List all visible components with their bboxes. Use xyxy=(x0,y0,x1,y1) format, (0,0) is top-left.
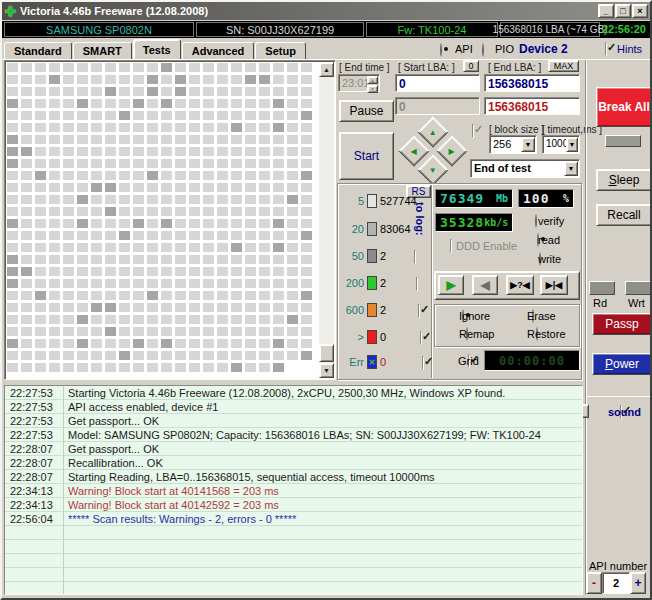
scan-block xyxy=(119,63,130,72)
break-all-button[interactable]: Break All xyxy=(596,87,652,127)
play-button[interactable]: ▶ xyxy=(438,275,464,295)
spin-up-icon[interactable]: ▲ xyxy=(367,76,378,84)
scan-block xyxy=(119,243,130,252)
scan-block xyxy=(77,267,88,276)
scan-block xyxy=(63,219,74,228)
tab-smart[interactable]: SMART xyxy=(73,42,132,60)
api-radio[interactable] xyxy=(440,43,442,57)
scan-map-scrollbar[interactable]: ▲ ▼ xyxy=(319,62,334,378)
maximize-button[interactable]: □ xyxy=(615,4,631,18)
scroll-down-icon[interactable]: ▼ xyxy=(319,363,334,378)
scan-block xyxy=(35,315,46,324)
scan-block xyxy=(91,279,102,288)
tab-advanced[interactable]: Advanced xyxy=(182,42,255,60)
scan-block xyxy=(91,267,102,276)
sleep-button[interactable]: Sleep xyxy=(596,169,652,191)
log-row: 22:28:07Get passport... OK xyxy=(5,442,582,456)
legend-row-50: 50 2 xyxy=(338,249,386,263)
scroll-up-icon[interactable]: ▲ xyxy=(319,62,334,77)
scrollbar-thumb[interactable] xyxy=(319,344,334,362)
erase-radio-label: Erase xyxy=(527,310,556,322)
nav-checkbox[interactable] xyxy=(472,124,474,138)
chevron-down-icon[interactable]: ▼ xyxy=(564,161,578,176)
scan-block xyxy=(231,291,242,300)
scan-block xyxy=(273,63,284,72)
scan-block xyxy=(77,363,88,372)
scan-block xyxy=(147,219,158,228)
tab-tests[interactable]: Tests xyxy=(133,39,181,60)
scan-block xyxy=(203,363,214,372)
scan-block xyxy=(63,123,74,132)
close-button[interactable]: × xyxy=(632,4,648,18)
scan-block xyxy=(259,363,270,372)
scan-block xyxy=(189,327,200,336)
scan-block xyxy=(175,111,186,120)
scan-block xyxy=(175,183,186,192)
start-button[interactable]: Start xyxy=(339,132,394,180)
scan-block xyxy=(273,279,284,288)
scan-block xyxy=(175,363,186,372)
scan-block xyxy=(245,267,256,276)
scan-block xyxy=(119,219,130,228)
log-over-checkbox[interactable] xyxy=(420,331,422,345)
start-lba-field[interactable]: 0 xyxy=(395,74,480,92)
seek-question-button[interactable]: ▶?◀ xyxy=(506,275,534,295)
scan-block xyxy=(231,327,242,336)
scan-block xyxy=(245,219,256,228)
minimize-button[interactable]: _ xyxy=(598,4,614,18)
scan-block xyxy=(231,87,242,96)
hints-checkbox[interactable] xyxy=(605,42,607,56)
log-200-checkbox[interactable] xyxy=(416,277,418,291)
scan-block xyxy=(231,195,242,204)
scan-block xyxy=(77,351,88,360)
scan-block xyxy=(133,255,144,264)
scan-block xyxy=(259,207,270,216)
scan-block xyxy=(287,219,298,228)
spin-down-icon[interactable]: ▼ xyxy=(367,85,378,93)
block-size-select[interactable]: 256 ▼ xyxy=(489,135,537,154)
verify-radio[interactable] xyxy=(535,214,537,228)
api-number-plus-button[interactable]: + xyxy=(630,572,646,594)
power-button[interactable]: Power xyxy=(592,353,652,375)
scan-block xyxy=(287,279,298,288)
scan-block xyxy=(217,279,228,288)
back-button[interactable]: ◀ xyxy=(472,275,498,295)
end-lba-field[interactable]: 156368015 xyxy=(484,74,580,92)
ddd-enable-checkbox[interactable] xyxy=(450,239,452,253)
scan-block xyxy=(91,87,102,96)
recall-button[interactable]: Recall xyxy=(596,204,652,226)
scan-block xyxy=(7,267,18,276)
tab-setup[interactable]: Setup xyxy=(255,42,306,60)
passport-button[interactable]: Passp xyxy=(592,313,652,335)
chevron-down-icon[interactable]: ▼ xyxy=(521,137,535,152)
scan-block xyxy=(63,243,74,252)
scan-block xyxy=(91,243,102,252)
scan-block xyxy=(287,123,298,132)
scan-block xyxy=(161,111,172,120)
scan-block xyxy=(245,207,256,216)
scan-block xyxy=(63,99,74,108)
log-panel[interactable]: 22:27:53Starting Victoria 4.46b Freeware… xyxy=(4,385,583,595)
scan-block xyxy=(273,99,284,108)
scan-block xyxy=(273,303,284,312)
start-lba-zero-button[interactable]: 0 xyxy=(463,60,479,72)
log-err-checkbox[interactable] xyxy=(422,356,424,370)
tab-standard[interactable]: Standard xyxy=(4,42,72,60)
scan-block xyxy=(161,183,172,192)
window-title: Victoria 4.46b Freeware (12.08.2008) xyxy=(20,5,208,17)
seek-end-button[interactable]: ▶|◀ xyxy=(540,275,568,295)
after-action-select[interactable]: End of test ▼ xyxy=(470,159,580,178)
pio-radio[interactable] xyxy=(482,43,484,57)
api-number-minus-button[interactable]: - xyxy=(586,572,602,594)
max-button[interactable]: MAX xyxy=(548,60,579,72)
scan-block xyxy=(147,231,158,240)
pause-button[interactable]: Pause xyxy=(339,100,394,122)
chevron-down-icon[interactable]: ▼ xyxy=(566,137,578,152)
end-time-field[interactable]: 23:01 ▲▼ xyxy=(338,74,380,92)
scan-block xyxy=(287,255,298,264)
log-600-checkbox[interactable] xyxy=(418,304,420,318)
scan-block xyxy=(189,183,200,192)
scan-block xyxy=(35,195,46,204)
timeout-select[interactable]: 10000 ▼ xyxy=(542,135,580,154)
log-50-checkbox[interactable] xyxy=(414,250,416,264)
